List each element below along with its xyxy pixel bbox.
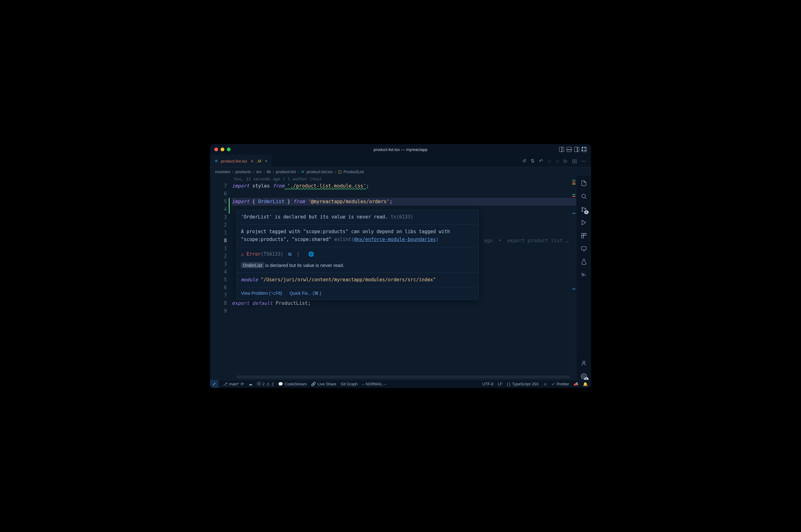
liveshare-status[interactable]: 🔗 Live Share bbox=[311, 382, 336, 386]
line-number: 1 bbox=[210, 229, 232, 237]
hover-diagnostic-popup: 'OrderList' is declared but its value is… bbox=[236, 210, 479, 300]
line-number: 1 bbox=[210, 245, 232, 252]
line-number: 7 bbox=[210, 182, 232, 190]
debug-icon[interactable] bbox=[580, 219, 587, 226]
main-area: You, 12 seconds ago | 1 author (You) 7 i… bbox=[210, 176, 591, 380]
code-line[interactable]: 5 import { OrderList } from '@myreactapp… bbox=[210, 198, 576, 206]
crumb[interactable]: src bbox=[256, 169, 261, 174]
crumb[interactable]: modules bbox=[215, 169, 230, 174]
layout-customize-icon[interactable] bbox=[582, 147, 587, 152]
code-line[interactable]: 8 export default ProductList; bbox=[210, 300, 576, 307]
remote-indicator[interactable]: ⤢ bbox=[210, 380, 218, 388]
svg-point-9 bbox=[583, 376, 584, 377]
timeline-icon[interactable]: ↺ bbox=[522, 158, 526, 164]
line-number: 9 bbox=[210, 307, 232, 315]
extensions-icon[interactable] bbox=[580, 232, 587, 239]
crumb[interactable]: product-list bbox=[276, 169, 296, 174]
prettier-status[interactable]: ✓ Prettier bbox=[552, 382, 569, 386]
layout-left-icon[interactable] bbox=[559, 147, 564, 152]
feedback-icon[interactable]: 📣 bbox=[574, 382, 579, 386]
encoding-status[interactable]: UTF-8 bbox=[483, 382, 493, 386]
copilot-icon[interactable]: ☺ bbox=[543, 382, 547, 386]
window-maximize-button[interactable] bbox=[227, 148, 231, 151]
compare-icon[interactable]: ⇅ bbox=[531, 158, 535, 164]
titlebar: product-list.tsx — myreactapp bbox=[210, 144, 591, 155]
split-editor-icon[interactable]: ▯▯ bbox=[572, 158, 577, 164]
cloud-sync-icon[interactable]: ☁ bbox=[249, 382, 253, 386]
module-info: module "/Users/juri/nrwl/content/myreact… bbox=[237, 273, 478, 288]
settings-icon[interactable]: 1 bbox=[580, 373, 587, 380]
eol-status[interactable]: LF bbox=[498, 382, 503, 386]
testing-icon[interactable] bbox=[580, 259, 587, 265]
tab-product-list[interactable]: ⚛ product-list.tsx 4 , M × bbox=[210, 155, 272, 167]
layout-right-icon[interactable] bbox=[574, 147, 579, 152]
nx-console-icon[interactable]: N› bbox=[580, 272, 587, 279]
window-minimize-button[interactable] bbox=[221, 148, 224, 151]
problems-status[interactable]: ⓧ 2 ⚠ 2 bbox=[257, 381, 274, 387]
language-status[interactable]: { } TypeScript JSX bbox=[507, 382, 539, 386]
svg-rect-6 bbox=[581, 236, 584, 238]
line-number: 2 bbox=[210, 252, 232, 260]
editor[interactable]: You, 12 seconds ago | 1 author (You) 7 i… bbox=[210, 176, 576, 380]
tab-filename: product-list.tsx bbox=[221, 159, 247, 164]
crumb[interactable]: lib bbox=[267, 169, 271, 174]
search-icon[interactable] bbox=[580, 193, 587, 200]
line-number: 2 bbox=[210, 221, 232, 229]
horizontal-scrollbar[interactable] bbox=[236, 375, 570, 379]
globe-icon[interactable]: 🌐 bbox=[308, 251, 314, 257]
tab-bar: ⚛ product-list.tsx 4 , M × ↺ ⇅ ↶ ◇ ◇ ▷ ▯… bbox=[210, 155, 591, 167]
activity-bar: 5 N› 1 bbox=[576, 176, 591, 380]
line-number: 6 bbox=[210, 284, 232, 292]
line-number: 6 bbox=[210, 190, 232, 198]
layout-bottom-icon[interactable] bbox=[567, 147, 572, 152]
line-number: 8 bbox=[210, 300, 232, 307]
source-control-icon[interactable]: 5 bbox=[580, 206, 587, 213]
code-line[interactable]: 6 bbox=[210, 190, 576, 198]
scm-badge: 5 bbox=[584, 210, 588, 214]
crumb[interactable]: product-list.tsx bbox=[307, 169, 333, 174]
line-number: 3 bbox=[210, 213, 232, 221]
codestream-status[interactable]: 💬 CodeStream bbox=[278, 382, 307, 386]
git-blame-annotation: You, 12 seconds ago | 1 author (You) bbox=[210, 176, 576, 182]
notifications-icon[interactable]: 🔔 bbox=[583, 382, 588, 386]
explorer-icon[interactable] bbox=[580, 180, 587, 187]
react-file-icon: ⚛ bbox=[301, 169, 305, 174]
line-number: 4 bbox=[210, 206, 232, 213]
close-icon[interactable]: × bbox=[265, 159, 268, 164]
run-icon[interactable]: ▷ bbox=[564, 158, 568, 164]
symbol-icon: ◫ bbox=[338, 169, 342, 174]
remote-explorer-icon[interactable] bbox=[580, 245, 587, 252]
code-line[interactable]: 9 bbox=[210, 307, 576, 315]
svg-point-1 bbox=[581, 207, 583, 208]
view-problem-link[interactable]: View Problem (⌥F8) bbox=[241, 291, 282, 296]
line-number: 8 bbox=[210, 237, 232, 245]
breadcrumb[interactable]: modules› products› src› lib› product-lis… bbox=[210, 167, 591, 176]
git-branch[interactable]: ⎇ main* ⟳ bbox=[223, 382, 244, 386]
settings-badge: 1 bbox=[584, 377, 588, 380]
window-close-button[interactable] bbox=[214, 148, 218, 151]
revert-icon[interactable]: ↶ bbox=[539, 158, 543, 164]
code-line[interactable]: 7 import styles from './product-list.mod… bbox=[210, 182, 576, 190]
line-number: 3 bbox=[210, 260, 232, 268]
inline-blame: ago • export product list … bbox=[484, 237, 568, 245]
tab-modified-indicator: , M bbox=[256, 159, 261, 164]
popup-actions: View Problem (⌥F8) Quick Fix... (⌘.) bbox=[237, 287, 478, 300]
overview-ruler[interactable] bbox=[571, 176, 576, 380]
crumb[interactable]: ProductList bbox=[344, 169, 364, 174]
line-number: 4 bbox=[210, 268, 232, 276]
vscode-window: product-list.tsx — myreactapp ⚛ product-… bbox=[210, 144, 591, 388]
nav-next-icon[interactable]: ◇ bbox=[556, 158, 560, 164]
open-external-icon[interactable]: ⧉ bbox=[288, 251, 292, 257]
svg-point-8 bbox=[583, 361, 585, 363]
more-actions-icon[interactable]: ⋯ bbox=[581, 158, 586, 164]
svg-rect-4 bbox=[581, 233, 584, 236]
crumb[interactable]: products bbox=[235, 169, 251, 174]
gitgraph-status[interactable]: Git Graph bbox=[341, 382, 358, 386]
symbol-chip: OrderList bbox=[241, 262, 264, 268]
window-title: product-list.tsx — myreactapp bbox=[374, 147, 427, 152]
quick-fix-link[interactable]: Quick Fix... (⌘.) bbox=[289, 291, 321, 296]
vim-mode: -- NORMAL -- bbox=[362, 382, 386, 386]
eslint-rule-link[interactable]: @nx/enforce-module-boundaries bbox=[354, 236, 436, 242]
nav-prev-icon[interactable]: ◇ bbox=[548, 158, 551, 164]
account-icon[interactable] bbox=[580, 360, 587, 367]
